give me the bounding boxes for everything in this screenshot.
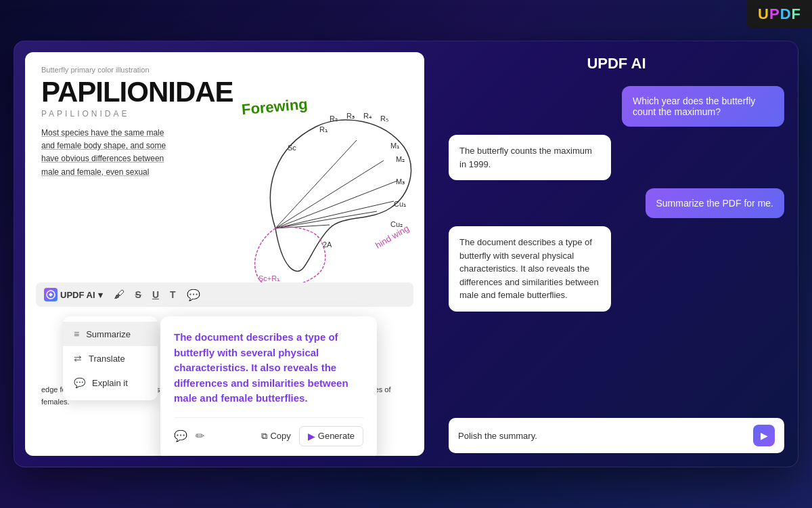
- translate-icon: ⇄: [74, 353, 82, 364]
- svg-text:M₂: M₂: [396, 155, 405, 163]
- tooltip-popup: The document describes a type of butterf…: [160, 316, 377, 456]
- toolbar-brand-label: UPDF AI: [60, 290, 95, 300]
- user-message-2: Summarize the PDF for me.: [646, 188, 785, 218]
- dropdown-menu: ≡ Summarize ⇄ Translate 💬 Explain it: [63, 316, 158, 400]
- dropdown-explain-label: Explain it: [92, 378, 128, 388]
- copy-label: Copy: [270, 431, 290, 441]
- strikethrough-icon[interactable]: S: [135, 289, 141, 300]
- tooltip-actions: 💬 ✏ ⧉ Copy ▶ Generate: [174, 417, 363, 446]
- svg-text:Cu₁: Cu₁: [394, 200, 406, 208]
- tooltip-chat-icon[interactable]: 💬: [174, 429, 187, 442]
- comment-icon[interactable]: 💬: [187, 289, 200, 301]
- badge-d: D: [780, 5, 792, 22]
- wing-illustration: Forewing R₂ R₃ R₄: [208, 93, 424, 282]
- ai-message-1: The butterfly counts the maximum in 1999…: [449, 135, 611, 180]
- pdf-body-text: Most species have the same male and fema…: [41, 127, 177, 179]
- svg-text:R₂: R₂: [330, 114, 338, 123]
- badge-p: P: [769, 5, 780, 22]
- svg-text:R₄: R₄: [363, 112, 372, 120]
- ai-panel: UPDF AI Which year does the butterfly co…: [435, 41, 798, 467]
- pdf-toolbar: UPDF AI ▾ 🖌 S U T 💬: [36, 282, 413, 307]
- pdf-content: Butterfly primary color illustration PAP…: [25, 52, 424, 179]
- updf-badge: UPDF: [747, 0, 812, 28]
- text-icon[interactable]: T: [170, 289, 176, 300]
- toolbar-dropdown-arrow: ▾: [98, 290, 103, 300]
- svg-text:M₃: M₃: [396, 177, 405, 186]
- explain-icon: 💬: [74, 377, 85, 388]
- badge-f: F: [792, 5, 801, 22]
- user-message-1: Which year does the butterfly count the …: [622, 86, 784, 127]
- dropdown-translate-label: Translate: [89, 354, 125, 364]
- dropdown-summarize[interactable]: ≡ Summarize: [63, 322, 158, 346]
- chat-send-button[interactable]: ▶: [753, 425, 775, 446]
- user-message-2-text: Summarize the PDF for me.: [656, 198, 774, 209]
- svg-text:2A: 2A: [323, 240, 332, 249]
- wing-svg: R₂ R₃ R₄ R₅ R₁ Sc M₁ M₂ M₃ Cu₁ Cu₂ 2A Sc…: [221, 106, 424, 282]
- highlight-icon[interactable]: 🖌: [114, 289, 125, 301]
- svg-text:Sc: Sc: [288, 144, 296, 152]
- svg-text:R₃: R₃: [346, 112, 355, 120]
- copy-button[interactable]: ⧉ Copy: [261, 431, 290, 442]
- svg-text:Sc+R₁: Sc+R₁: [258, 274, 279, 282]
- generate-button[interactable]: ▶ Generate: [299, 426, 363, 446]
- svg-text:R₅: R₅: [380, 114, 388, 123]
- generate-icon: ▶: [308, 431, 315, 442]
- brand-icon: [44, 288, 58, 301]
- summarize-icon: ≡: [74, 329, 79, 339]
- badge-u: U: [758, 5, 769, 22]
- send-icon: ▶: [761, 430, 768, 441]
- tooltip-text: The document describes a type of butterf…: [174, 330, 363, 406]
- generate-label: Generate: [318, 431, 355, 441]
- copy-icon: ⧉: [261, 431, 267, 442]
- svg-text:M₁: M₁: [390, 142, 399, 150]
- main-container: Butterfly primary color illustration PAP…: [14, 41, 798, 467]
- chat-input-area[interactable]: ▶: [449, 418, 784, 453]
- toolbar-brand[interactable]: UPDF AI ▾: [44, 288, 103, 301]
- chat-input[interactable]: [458, 431, 748, 441]
- ai-message-1-text: The butterfly counts the maximum in 1999…: [459, 146, 592, 169]
- pdf-subtitle: Butterfly primary color illustration: [41, 66, 408, 74]
- tooltip-pen-icon[interactable]: ✏: [196, 429, 204, 442]
- dropdown-explain[interactable]: 💬 Explain it: [63, 371, 158, 395]
- ai-message-2-text: The document describes a type of butterf…: [459, 237, 599, 300]
- underline-icon[interactable]: U: [152, 289, 159, 300]
- dropdown-translate[interactable]: ⇄ Translate: [63, 346, 158, 371]
- pdf-panel: Butterfly primary color illustration PAP…: [25, 52, 424, 456]
- ai-message-2: The document describes a type of butterf…: [449, 226, 611, 312]
- svg-text:R₁: R₁: [319, 125, 328, 133]
- user-message-1-text: Which year does the butterfly count the …: [633, 96, 755, 117]
- dropdown-summarize-label: Summarize: [86, 329, 131, 339]
- ai-title: UPDF AI: [449, 55, 784, 72]
